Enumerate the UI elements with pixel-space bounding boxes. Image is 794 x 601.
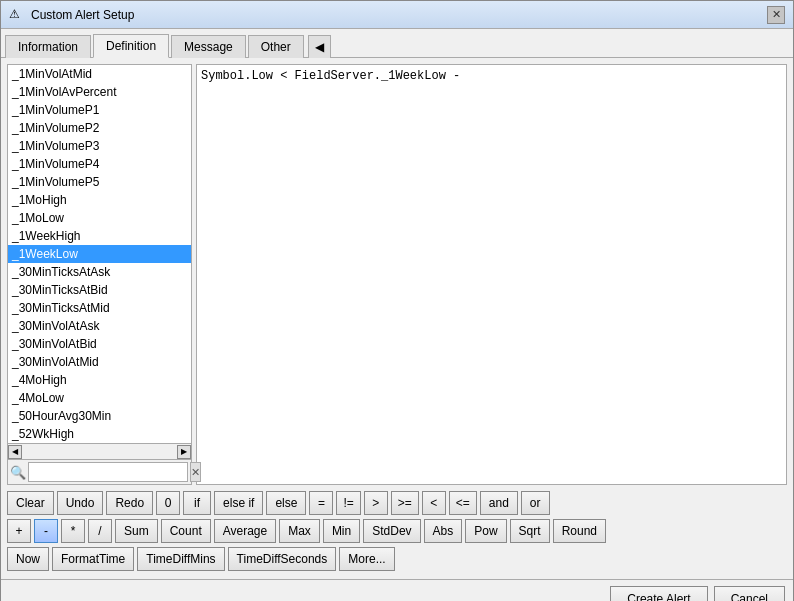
else-if-button[interactable]: else if: [214, 491, 263, 515]
list-item[interactable]: _30MinVolAtAsk: [8, 317, 191, 335]
else-button[interactable]: else: [266, 491, 306, 515]
gte-button[interactable]: >=: [391, 491, 419, 515]
average-button[interactable]: Average: [214, 519, 276, 543]
list-item[interactable]: _1MinVolumeP4: [8, 155, 191, 173]
close-button[interactable]: ✕: [767, 6, 785, 24]
toolbar-row-1: Clear Undo Redo 0 if else if else = != >…: [7, 491, 787, 515]
eq-button[interactable]: =: [309, 491, 333, 515]
search-clear-button[interactable]: ✕: [190, 462, 201, 482]
time-diff-mins-button[interactable]: TimeDiffMins: [137, 547, 224, 571]
list-item[interactable]: _1MinVolumeP1: [8, 101, 191, 119]
format-time-button[interactable]: FormatTime: [52, 547, 134, 571]
scroll-left-button[interactable]: ◀: [8, 445, 22, 459]
or-button[interactable]: or: [521, 491, 550, 515]
redo-button[interactable]: Redo: [106, 491, 153, 515]
round-button[interactable]: Round: [553, 519, 606, 543]
content-area: _1MinVolAtMid _1MinVolAvPercent _1MinVol…: [1, 58, 793, 579]
toolbar-row-2: + - * / Sum Count Average Max Min StdDev…: [7, 519, 787, 543]
list-item[interactable]: _52WkHigh: [8, 425, 191, 443]
footer: Create Alert Cancel: [1, 579, 793, 601]
if-button[interactable]: if: [183, 491, 211, 515]
list-item[interactable]: _50HourAvg30Min: [8, 407, 191, 425]
list-item[interactable]: _1MinVolumeP5: [8, 173, 191, 191]
list-item[interactable]: _1MinVolumeP3: [8, 137, 191, 155]
time-diff-seconds-button[interactable]: TimeDiffSeconds: [228, 547, 337, 571]
toolbar-area: Clear Undo Redo 0 if else if else = != >…: [7, 489, 787, 573]
title-bar: ⚠ Custom Alert Setup ✕: [1, 1, 793, 29]
list-item[interactable]: _1MinVolumeP2: [8, 119, 191, 137]
list-item[interactable]: _1WeekHigh: [8, 227, 191, 245]
create-alert-button[interactable]: Create Alert: [610, 586, 707, 601]
gt-button[interactable]: >: [364, 491, 388, 515]
search-icon: 🔍: [10, 465, 26, 480]
field-list-panel: _1MinVolAtMid _1MinVolAvPercent _1MinVol…: [7, 64, 192, 485]
multiply-button[interactable]: *: [61, 519, 85, 543]
divide-button[interactable]: /: [88, 519, 112, 543]
expression-editor[interactable]: Symbol.Low < FieldServer._1WeekLow -: [196, 64, 787, 485]
count-button[interactable]: Count: [161, 519, 211, 543]
tab-definition[interactable]: Definition: [93, 34, 169, 58]
list-item[interactable]: _1MoHigh: [8, 191, 191, 209]
cancel-button[interactable]: Cancel: [714, 586, 785, 601]
list-item[interactable]: _30MinTicksAtBid: [8, 281, 191, 299]
search-box: 🔍 ✕: [8, 459, 191, 484]
neq-button[interactable]: !=: [336, 491, 360, 515]
stddev-button[interactable]: StdDev: [363, 519, 420, 543]
list-item[interactable]: _4MoHigh: [8, 371, 191, 389]
dialog: ⚠ Custom Alert Setup ✕ Information Defin…: [0, 0, 794, 601]
tab-other[interactable]: Other: [248, 35, 304, 58]
title-bar-left: ⚠ Custom Alert Setup: [9, 7, 134, 23]
list-item-selected[interactable]: _1WeekLow: [8, 245, 191, 263]
search-input[interactable]: [28, 462, 188, 482]
now-button[interactable]: Now: [7, 547, 49, 571]
pow-button[interactable]: Pow: [465, 519, 506, 543]
main-area: _1MinVolAtMid _1MinVolAvPercent _1MinVol…: [7, 64, 787, 485]
more-button[interactable]: More...: [339, 547, 394, 571]
horizontal-scrollbar[interactable]: [22, 445, 177, 459]
toolbar-row-3: Now FormatTime TimeDiffMins TimeDiffSeco…: [7, 547, 787, 571]
tab-information[interactable]: Information: [5, 35, 91, 58]
warning-icon: ⚠: [9, 7, 25, 23]
minus-button[interactable]: -: [34, 519, 58, 543]
list-item[interactable]: _30MinTicksAtAsk: [8, 263, 191, 281]
plus-button[interactable]: +: [7, 519, 31, 543]
tabs: Information Definition Message Other ◀: [1, 29, 793, 58]
and-button[interactable]: and: [480, 491, 518, 515]
lte-button[interactable]: <=: [449, 491, 477, 515]
list-item[interactable]: _1MinVolAtMid: [8, 65, 191, 83]
clear-button[interactable]: Clear: [7, 491, 54, 515]
list-item[interactable]: _1MoLow: [8, 209, 191, 227]
list-item[interactable]: _4MoLow: [8, 389, 191, 407]
lt-button[interactable]: <: [422, 491, 446, 515]
undo-button[interactable]: Undo: [57, 491, 104, 515]
sum-button[interactable]: Sum: [115, 519, 158, 543]
list-item[interactable]: _30MinTicksAtMid: [8, 299, 191, 317]
dialog-title: Custom Alert Setup: [31, 8, 134, 22]
max-button[interactable]: Max: [279, 519, 320, 543]
tab-arrow[interactable]: ◀: [308, 35, 331, 58]
abs-button[interactable]: Abs: [424, 519, 463, 543]
list-item[interactable]: _30MinVolAtBid: [8, 335, 191, 353]
list-item[interactable]: _30MinVolAtMid: [8, 353, 191, 371]
scroll-right-button[interactable]: ▶: [177, 445, 191, 459]
list-item[interactable]: _1MinVolAvPercent: [8, 83, 191, 101]
field-list-scroll[interactable]: _1MinVolAtMid _1MinVolAvPercent _1MinVol…: [8, 65, 191, 443]
tab-message[interactable]: Message: [171, 35, 246, 58]
redo-count-button[interactable]: 0: [156, 491, 180, 515]
min-button[interactable]: Min: [323, 519, 360, 543]
sqrt-button[interactable]: Sqrt: [510, 519, 550, 543]
